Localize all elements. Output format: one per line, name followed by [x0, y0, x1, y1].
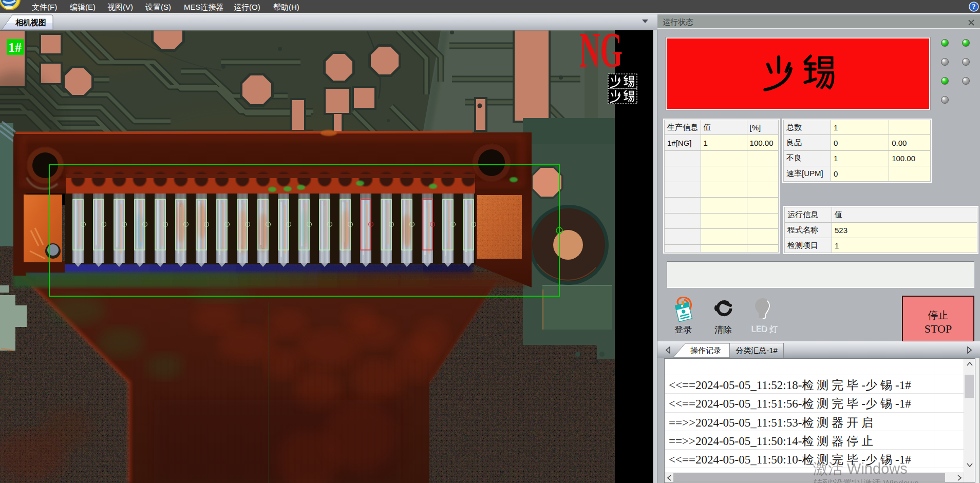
svg-text:?: ? [972, 3, 976, 11]
svg-text:相机视图: 相机视图 [15, 18, 46, 27]
svg-text:1#: 1# [8, 40, 22, 55]
svg-text:NG: NG [579, 30, 623, 78]
svg-text:操作记录: 操作记录 [690, 346, 721, 355]
